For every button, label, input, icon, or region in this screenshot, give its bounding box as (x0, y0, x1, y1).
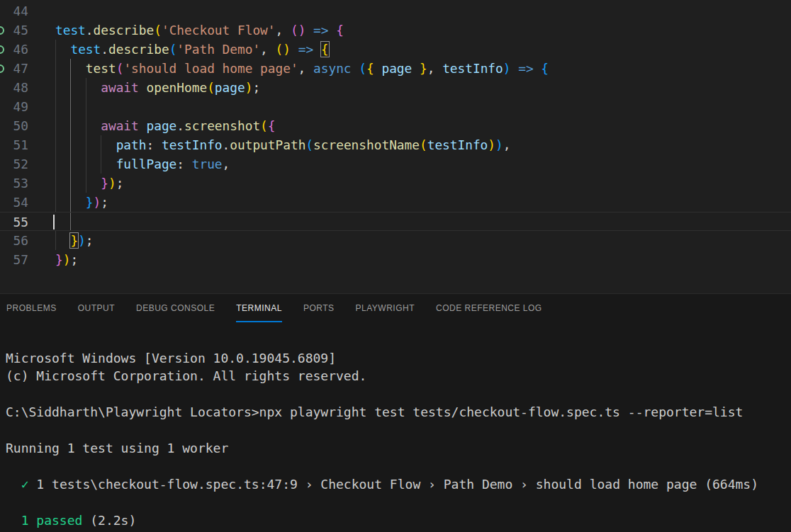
line-number: 48 (0, 78, 28, 97)
terminal-line (6, 421, 791, 439)
indent-guide (86, 97, 86, 116)
line-number: 54 (0, 193, 28, 212)
line-number: 56 (0, 231, 28, 250)
code-line[interactable]: 44 (0, 1, 791, 21)
code-text: test.describe('Checkout Flow', () => { (55, 21, 344, 40)
tab-terminal[interactable]: TERMINAL (236, 294, 282, 322)
terminal-output[interactable]: Microsoft Windows [Version 10.0.19045.68… (0, 349, 791, 529)
terminal-line: (c) Microsoft Corporation. All rights re… (6, 367, 791, 385)
code-text: await page.screenshot({ (55, 116, 276, 135)
code-line[interactable]: 56 }); (0, 231, 791, 250)
terminal-line: Microsoft Windows [Version 10.0.19045.68… (6, 349, 791, 367)
line-number: 47 (0, 59, 28, 78)
line-number: 44 (0, 1, 28, 21)
tab-output[interactable]: OUTPUT (78, 294, 115, 322)
tab-debug-console[interactable]: DEBUG CONSOLE (136, 294, 215, 322)
vscode-window: 4445test.describe('Checkout Flow', () =>… (0, 0, 791, 532)
line-number: 46 (0, 40, 28, 59)
code-line[interactable]: 52 fullPage: true, (0, 154, 791, 174)
terminal-line: Running 1 test using 1 worker (6, 439, 791, 457)
code-text: }); (55, 193, 108, 212)
code-line[interactable]: 46 test.describe('Path Demo', () => { (0, 40, 791, 59)
code-line[interactable]: 47 test('should load home page', async (… (0, 59, 791, 78)
code-line[interactable]: 48 await openHome(page); (0, 78, 791, 97)
code-text: test.describe('Path Demo', () => { (55, 40, 329, 59)
check-icon: ✓ (21, 477, 29, 492)
code-line[interactable]: 55 (0, 212, 791, 231)
code-text: }); (55, 231, 94, 250)
line-number: 57 (0, 250, 28, 269)
tab-playwright[interactable]: PLAYWRIGHT (356, 294, 415, 322)
code-text: await openHome(page); (55, 78, 260, 97)
code-line[interactable]: 49 (0, 97, 791, 116)
bottom-panel: PROBLEMS OUTPUT DEBUG CONSOLE TERMINAL P… (0, 293, 791, 532)
pass-summary: 1 passed (21, 513, 83, 528)
code-text: test('should load home page', async ({ p… (55, 59, 549, 78)
code-editor-lines: 4445test.describe('Checkout Flow', () =>… (0, 1, 791, 269)
code-text: fullPage: true, (55, 154, 230, 174)
code-text: path: testInfo.outputPath(screenshotName… (55, 135, 510, 154)
tab-problems[interactable]: PROBLEMS (6, 294, 57, 322)
code-line[interactable]: 50 await page.screenshot({ (0, 116, 791, 135)
terminal-line (6, 385, 791, 403)
line-number: 50 (0, 116, 28, 135)
terminal-line: 1 passed (2.2s) (6, 511, 791, 529)
line-number: 55 (0, 213, 28, 232)
terminal-line (6, 457, 791, 475)
terminal-line: C:\Siddharth\Playwright Locators>npx pla… (6, 403, 791, 421)
text-cursor (53, 215, 55, 230)
indent-guide (70, 213, 71, 230)
code-line[interactable]: 57}); (0, 250, 791, 269)
code-text: }); (55, 174, 123, 193)
indent-guide (70, 97, 71, 116)
code-line[interactable]: 51 path: testInfo.outputPath(screenshotN… (0, 135, 791, 154)
panel-tab-bar: PROBLEMS OUTPUT DEBUG CONSOLE TERMINAL P… (0, 294, 791, 322)
line-number: 53 (0, 174, 28, 193)
tab-code-reference-log[interactable]: CODE REFERENCE LOG (436, 294, 542, 322)
line-number: 51 (0, 135, 28, 154)
line-number: 52 (0, 154, 28, 174)
code-text: }); (55, 250, 78, 269)
code-editor[interactable]: 4445test.describe('Checkout Flow', () =>… (0, 0, 791, 293)
line-number: 45 (0, 21, 28, 40)
indent-guide (55, 97, 56, 116)
code-line[interactable]: 54 }); (0, 193, 791, 212)
line-number: 49 (0, 97, 28, 116)
tab-ports[interactable]: PORTS (303, 294, 335, 322)
code-line[interactable]: 45test.describe('Checkout Flow', () => { (0, 21, 791, 40)
terminal-line (6, 493, 791, 511)
code-line[interactable]: 53 }); (0, 174, 791, 193)
terminal-line: ✓ 1 tests\checkout-flow.spec.ts:47:9 › C… (6, 475, 791, 493)
